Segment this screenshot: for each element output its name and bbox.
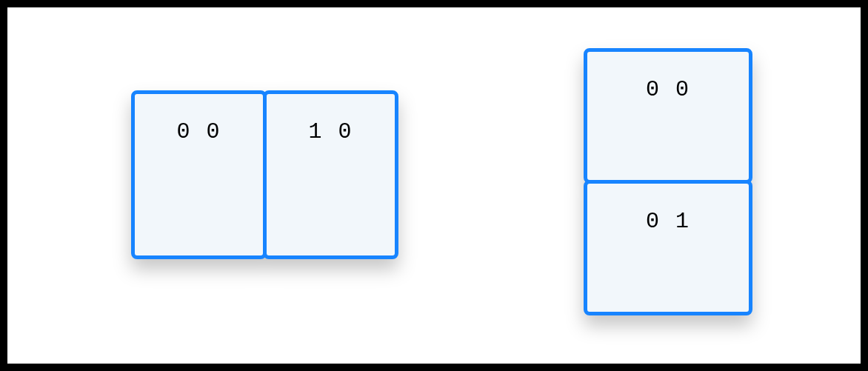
- card-label: 1 0: [308, 119, 353, 255]
- card-vertical-1: 0 1: [584, 180, 752, 315]
- card-label: 0 0: [646, 77, 690, 180]
- card-label: 0 1: [646, 209, 690, 312]
- card-horizontal-0: 0 0: [131, 90, 267, 259]
- card-group-vertical: 0 0 0 1: [584, 48, 752, 315]
- card-label: 0 0: [176, 119, 221, 255]
- card-vertical-0: 0 0: [584, 48, 752, 184]
- card-horizontal-1: 1 0: [263, 90, 398, 259]
- diagram-canvas: 0 0 1 0 0 0 0 1: [7, 7, 861, 364]
- card-group-horizontal: 0 0 1 0: [131, 90, 398, 259]
